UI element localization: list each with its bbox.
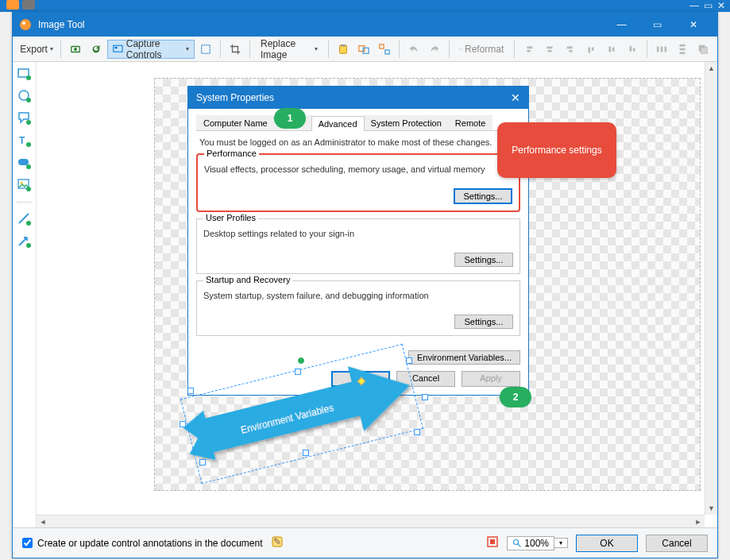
svg-rect-12: [385, 49, 389, 53]
sys-dialog-titlebar: System Properties ✕: [188, 87, 528, 109]
add-rect-tool[interactable]: [17, 67, 32, 81]
capture-region-icon[interactable]: [196, 40, 215, 59]
add-image-tool[interactable]: [17, 178, 32, 192]
zoom-dropdown-button[interactable]: ▾: [554, 538, 568, 548]
svg-rect-8: [341, 44, 345, 46]
reformat-button[interactable]: Reformat: [454, 40, 509, 59]
close-button[interactable]: ✕: [675, 13, 711, 37]
svg-rect-14: [661, 46, 663, 52]
distribute-v-icon[interactable]: [673, 40, 692, 59]
performance-desc: Visual effects, processor scheduling, me…: [204, 164, 512, 174]
export-dropdown[interactable]: Export▾: [17, 40, 56, 59]
red-callout-shape[interactable]: Performance settings: [497, 122, 616, 178]
svg-point-34: [26, 221, 31, 226]
sys-dialog-close-icon: ✕: [511, 91, 520, 104]
paste-icon[interactable]: [334, 40, 353, 59]
svg-rect-10: [363, 48, 369, 53]
add-callout-tool[interactable]: [17, 111, 32, 126]
footer: Create or update control annotations in …: [13, 527, 717, 558]
rotate-handle[interactable]: [298, 357, 304, 364]
resize-handle[interactable]: [422, 394, 428, 400]
restore-icon[interactable]: ▭: [704, 0, 713, 11]
add-marker-tool[interactable]: [17, 156, 32, 170]
add-arrow-tool[interactable]: [17, 234, 32, 249]
replace-image-dropdown[interactable]: Replace Image▾: [255, 40, 323, 59]
toolbar: Export▾ Capture Controls▾ Replace Image▾…: [13, 37, 717, 62]
svg-point-35: [26, 243, 31, 248]
resize-handle[interactable]: [187, 388, 194, 394]
fit-icon[interactable]: [486, 535, 499, 550]
performance-legend: Performance: [204, 149, 259, 158]
crop-icon[interactable]: [226, 40, 245, 59]
svg-rect-13: [657, 46, 659, 52]
svg-text:T: T: [19, 135, 25, 146]
align-center-v-icon[interactable]: [602, 40, 621, 59]
close-icon[interactable]: ✕: [717, 0, 725, 11]
resize-handle[interactable]: [406, 357, 412, 364]
group-icon[interactable]: [354, 40, 373, 59]
app-icon: [19, 18, 32, 31]
annotations-checkbox[interactable]: Create or update control annotations in …: [22, 538, 263, 549]
redo-icon[interactable]: [425, 40, 444, 59]
startup-legend: Startup and Recovery: [203, 275, 292, 284]
blue-arrow-shape[interactable]: Environment Variables: [160, 364, 438, 467]
horizontal-scrollbar[interactable]: ◄ ►: [37, 515, 705, 527]
svg-rect-9: [359, 45, 365, 51]
capture-icon[interactable]: [66, 40, 85, 59]
tab-advanced: Advanced: [311, 116, 365, 131]
minimize-icon[interactable]: —: [689, 0, 699, 11]
svg-point-29: [26, 164, 31, 169]
svg-rect-15: [664, 46, 666, 52]
resize-handle[interactable]: [295, 369, 301, 375]
resize-handle[interactable]: [199, 459, 206, 465]
annotations-checkbox-input[interactable]: [22, 538, 33, 548]
canvas[interactable]: System Properties ✕ Computer Name H Adva…: [37, 62, 705, 515]
undo-icon[interactable]: [404, 40, 423, 59]
maximize-button[interactable]: ▭: [639, 13, 675, 37]
left-tool-palette: T: [13, 62, 37, 527]
cancel-button[interactable]: Cancel: [646, 535, 708, 552]
step-marker-2[interactable]: 2: [500, 387, 531, 407]
resize-handle[interactable]: [303, 450, 309, 456]
svg-point-27: [26, 142, 31, 147]
resize-handle[interactable]: [414, 429, 420, 435]
environment-variables-button: Environment Variables...: [408, 350, 520, 365]
svg-rect-40: [490, 539, 495, 544]
minimize-button[interactable]: —: [604, 13, 639, 37]
performance-group: Performance Visual effects, processor sc…: [196, 153, 520, 212]
add-text-tool[interactable]: T: [17, 133, 32, 148]
align-bottom-icon[interactable]: [623, 40, 642, 59]
add-line-tool[interactable]: [17, 212, 32, 226]
step-marker-1[interactable]: 1: [274, 108, 306, 129]
distribute-h-icon[interactable]: [652, 40, 671, 59]
ok-button[interactable]: OK: [576, 535, 638, 552]
tabs-strip: Computer Name H Advanced System Protecti…: [196, 115, 520, 131]
svg-point-3: [74, 48, 77, 51]
annotations-info-icon[interactable]: ✎: [271, 535, 284, 550]
bring-front-icon[interactable]: [693, 40, 713, 59]
align-top-icon[interactable]: [581, 40, 601, 59]
capture-controls-dropdown[interactable]: Capture Controls▾: [107, 40, 195, 59]
scroll-down-icon[interactable]: ▼: [705, 502, 718, 515]
zoom-value-button[interactable]: 100%: [507, 536, 554, 550]
svg-point-41: [514, 539, 519, 544]
scroll-left-icon[interactable]: ◄: [37, 516, 49, 528]
scroll-right-icon[interactable]: ►: [692, 516, 705, 528]
svg-line-42: [518, 543, 521, 546]
add-circle-tool[interactable]: [17, 89, 32, 103]
align-left-icon[interactable]: [519, 40, 539, 59]
vertical-scrollbar[interactable]: ▲ ▼: [705, 62, 717, 515]
ungroup-icon[interactable]: [375, 40, 394, 59]
align-center-h-icon[interactable]: [540, 40, 559, 59]
refresh-icon[interactable]: [87, 40, 106, 59]
titlebar: Image Tool — ▭ ✕: [13, 13, 717, 37]
system-properties-dialog: System Properties ✕ Computer Name H Adva…: [187, 86, 529, 396]
align-right-icon[interactable]: [561, 40, 580, 59]
svg-rect-11: [380, 44, 384, 48]
resize-handle[interactable]: [180, 421, 186, 427]
sys-dialog-title: System Properties: [196, 92, 274, 103]
scroll-up-icon[interactable]: ▲: [705, 62, 718, 75]
annotations-checkbox-label: Create or update control annotations in …: [37, 538, 263, 549]
user-profiles-settings-button: Settings...: [454, 253, 513, 267]
user-profiles-group: User Profiles Desktop settings related t…: [196, 218, 520, 274]
